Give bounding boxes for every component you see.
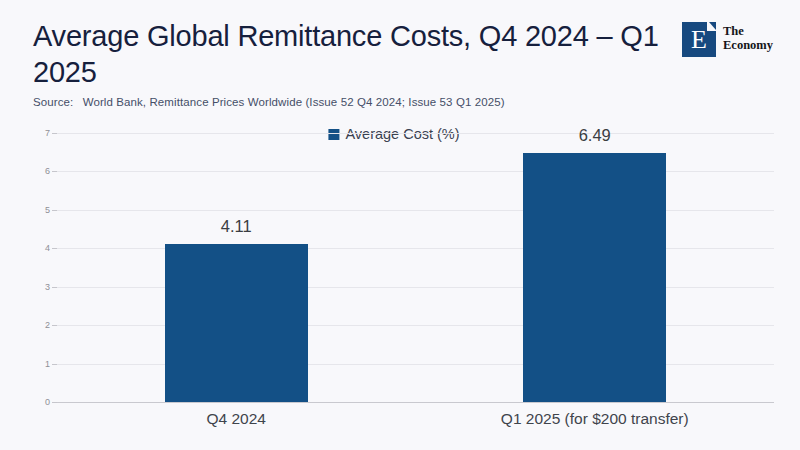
y-axis-tick-mark (52, 171, 57, 172)
source-note: Source: World Bank, Remittance Prices Wo… (33, 96, 505, 108)
y-axis-tick-mark (52, 248, 57, 249)
brand-logo-mark: E (682, 22, 716, 57)
y-axis-tick-mark (52, 287, 57, 288)
y-axis-tick-mark (52, 133, 57, 134)
source-text: World Bank, Remittance Prices Worldwide … (79, 96, 504, 108)
y-tick-label: 3 (45, 282, 50, 292)
y-tick-label: 4 (45, 243, 50, 253)
logo-letter: E (691, 25, 707, 54)
y-tick-label: 6 (45, 166, 50, 176)
page-title: Average Global Remittance Costs, Q4 2024… (33, 18, 673, 90)
logo-name-line1: The (723, 25, 773, 39)
brand-logo-text: The Economy (723, 25, 773, 52)
gridline (57, 210, 774, 211)
bar-2 (523, 153, 666, 402)
y-tick-label: 1 (45, 359, 50, 369)
source-label: Source: (33, 96, 73, 108)
y-axis-tick-mark (52, 210, 57, 211)
y-axis-tick-mark (52, 364, 57, 365)
logo-name-line2: Economy (723, 39, 773, 53)
gridline (57, 133, 774, 134)
y-axis-tick-mark (52, 325, 57, 326)
y-tick-label: 5 (45, 205, 50, 215)
y-tick-label: 7 (45, 128, 50, 138)
brand-logo: E The Economy (682, 22, 773, 57)
x-axis-line (57, 402, 774, 403)
bar-value-label: 4.11 (221, 217, 252, 236)
y-tick-label: 0 (45, 397, 50, 407)
x-category-label: Q4 2024 (207, 410, 266, 428)
gridline (57, 171, 774, 172)
y-axis-tick-mark (52, 402, 57, 403)
bar-value-label: 6.49 (579, 126, 611, 145)
x-axis-category-labels: Q4 2024Q1 2025 (for $200 transfer) (57, 408, 774, 434)
y-tick-label: 2 (45, 320, 50, 330)
x-category-label: Q1 2025 (for $200 transfer) (501, 410, 689, 428)
chart-plot-area: 4.116.49 (57, 133, 774, 402)
y-axis-tick-labels: 01234567 (26, 133, 50, 402)
page: { "header": { "title": "Average Global R… (0, 0, 800, 450)
logo-accent-icon (707, 22, 716, 31)
bar-1 (165, 244, 308, 402)
